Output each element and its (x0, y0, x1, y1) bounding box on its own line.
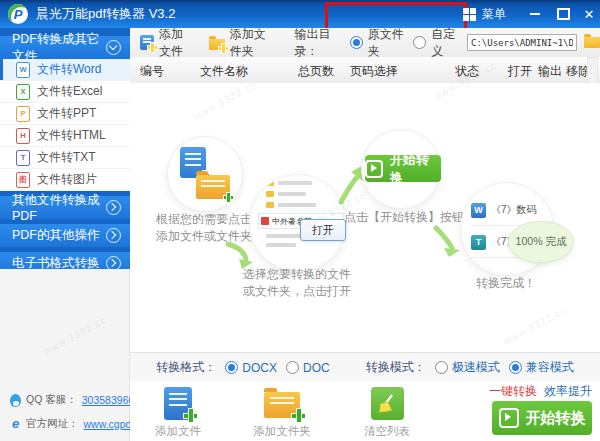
ppt-file-icon: P (16, 106, 30, 122)
format-doc-label: DOC (303, 361, 330, 375)
menu-grid-icon (463, 8, 476, 21)
pdf-file-icon (261, 217, 269, 225)
menu-button[interactable]: 菜单 (463, 0, 506, 28)
word-file-icon: W (16, 62, 30, 78)
folder-list-row (266, 180, 346, 186)
mode-fast-label: 极速模式 (452, 359, 500, 376)
sidebar-items: W 文件转Word X 文件转Excel P 文件转PPT H 文件转HTML … (0, 59, 130, 191)
options-bar: 转换格式： DOCX DOC 转换模式： 极速模式 兼容模式 (130, 352, 600, 382)
add-folder-button[interactable]: 添加文件夹 (209, 26, 274, 60)
sidebar: PDF转换成其它文件 W 文件转Word X 文件转Excel P 文件转PPT… (0, 28, 130, 441)
sidebar-footer: QQ 客服： 303583960 e 官方网址： www.cgpdf.net (0, 269, 130, 441)
close-button[interactable]: ✕ (576, 0, 600, 28)
col-pages: 总页数 (298, 63, 334, 80)
sidebar-item-excel[interactable]: X 文件转Excel (0, 81, 130, 103)
chevron-down-icon (106, 40, 121, 55)
plus-icon (184, 409, 197, 422)
chevron-right-icon (106, 228, 121, 243)
output-path-input[interactable] (467, 34, 577, 51)
file-table-body: 根据您的需要点击添加文件或文件夹 中外著名释*.pdf 打开 选择您 (130, 83, 600, 352)
progress-bubble: 100% 完成 (508, 221, 574, 263)
clear-list-icon (371, 387, 404, 420)
file-table-header: 编号 文件名称 总页数 页码选择 状态 打开 输出 移除 (130, 57, 600, 84)
folder-list-row (266, 202, 346, 208)
output-dir-label: 输出目录： (295, 26, 343, 60)
sidebar-item-image[interactable]: 图 文件转图片 (0, 169, 130, 191)
arrow-down-right-icon (225, 241, 253, 269)
chevron-right-icon (106, 200, 121, 215)
qq-icon (10, 394, 21, 407)
tutorial-step1-circle (167, 136, 243, 212)
tutorial-step1-caption: 根据您的需要点击添加文件或文件夹 (144, 211, 264, 245)
promo-text: 一键转换效率提升 (489, 383, 592, 400)
add-folder-action[interactable]: 添加文件夹 (242, 386, 322, 439)
word-badge-icon: W (471, 203, 486, 218)
plus-icon (292, 409, 305, 422)
sidebar-group-other-to-pdf[interactable]: 其他文件转换成PDF (0, 196, 130, 219)
col-pagerange: 页码选择 (350, 63, 398, 80)
sidebar-item-html[interactable]: H 文件转HTML (0, 125, 130, 147)
excel-file-icon: X (16, 84, 30, 100)
mode-compat-label: 兼容模式 (526, 359, 574, 376)
play-icon (365, 160, 383, 178)
play-icon (499, 408, 519, 428)
qq-service-label: QQ 客服： (26, 393, 77, 407)
sidebar-item-txt[interactable]: T 文件转TXT (0, 147, 130, 169)
folder-icon (196, 175, 230, 199)
add-folder-icon (264, 392, 300, 418)
col-open: 打开 (508, 63, 532, 80)
html-file-icon: H (16, 128, 30, 144)
bottom-action-bar: 添加文件 添加文件夹 清空列表 一键转换效率提升 开始转 (130, 381, 600, 441)
radio-source-folder[interactable] (350, 36, 363, 49)
add-file-icon (140, 35, 154, 50)
app-logo-icon: P (8, 4, 28, 24)
add-file-button[interactable]: 添加文件 (140, 26, 194, 60)
radio-custom-folder-label: 自定义 (431, 26, 460, 60)
website-label: 官方网址： (26, 417, 79, 431)
radio-mode-fast[interactable] (435, 361, 448, 374)
maximize-button[interactable] (550, 0, 576, 28)
qq-number-link[interactable]: 303583960 (82, 394, 135, 406)
col-filename: 文件名称 (200, 63, 248, 80)
browse-folder-button[interactable] (584, 37, 600, 48)
col-number: 编号 (140, 63, 164, 80)
arrow-down-right-icon (433, 225, 461, 257)
main-panel: 添加文件 添加文件夹 输出目录： 原文件夹 自定义 编号 文件名称 总页数 页码… (130, 28, 600, 441)
mode-label: 转换模式： (366, 359, 426, 376)
add-file-icon (164, 387, 192, 420)
qq-service-row: QQ 客服： 303583960 (10, 393, 134, 407)
add-file-action[interactable]: 添加文件 (138, 386, 218, 439)
ie-browser-icon: e (10, 416, 21, 431)
window-title: 晨光万能pdf转换器 V3.2 (36, 5, 175, 23)
sidebar-group-pdf-operations[interactable]: PDF的其他操作 (0, 224, 130, 247)
sidebar-group-pdf-to-other[interactable]: PDF转换成其它文件 (0, 36, 130, 59)
minimize-button[interactable] (522, 0, 548, 28)
menu-label: 菜单 (482, 6, 506, 23)
minimize-icon (530, 13, 540, 15)
broom-icon (376, 393, 398, 415)
radio-mode-compat[interactable] (509, 361, 522, 374)
txt-file-icon: T (16, 150, 30, 166)
plus-icon (219, 44, 228, 53)
app-window: P 晨光万能pdf转换器 V3.2 菜单 ✕ PDF转换成其它文件 W 文件转W… (0, 0, 600, 441)
tutorial-step2-caption: 选择您要转换的文件或文件夹，点击打开 (237, 266, 357, 300)
tutorial-step3-caption: 点击【开始转换】按钮 (338, 209, 470, 226)
maximize-icon (557, 8, 570, 20)
tutorial-step4-caption: 转换完成！ (460, 275, 552, 292)
plus-icon (148, 43, 157, 52)
add-folder-icon (209, 39, 225, 50)
radio-custom-folder[interactable] (413, 36, 426, 49)
radio-format-docx[interactable] (225, 361, 238, 374)
sidebar-item-word[interactable]: W 文件转Word (0, 59, 130, 81)
toolbar: 添加文件 添加文件夹 输出目录： 原文件夹 自定义 (130, 28, 600, 58)
sidebar-item-ppt[interactable]: P 文件转PPT (0, 103, 130, 125)
col-status: 状态 (455, 63, 479, 80)
start-convert-illustration: 开始转换 (365, 155, 441, 182)
start-convert-button[interactable]: 开始转换 (492, 401, 592, 435)
radio-format-doc[interactable] (286, 361, 299, 374)
clear-list-action[interactable]: 清空列表 (347, 386, 427, 439)
format-docx-label: DOCX (242, 361, 277, 375)
txt-badge-icon: T (471, 235, 486, 250)
radio-source-folder-label: 原文件夹 (368, 26, 406, 60)
col-output: 输出 (538, 63, 562, 80)
